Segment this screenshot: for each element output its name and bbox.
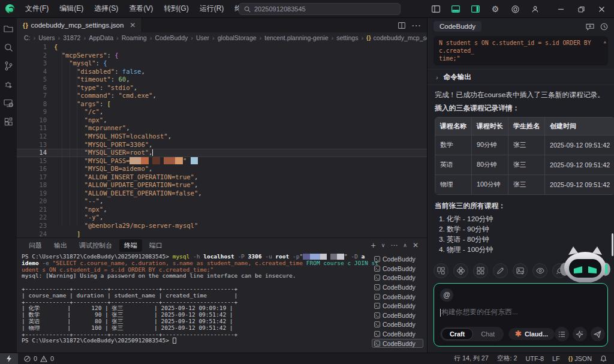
terminal-list-item[interactable]: CodeBuddy (372, 330, 423, 339)
breadcrumb-item[interactable]: User (196, 34, 209, 41)
code-line-2[interactable]: 2 "mcpServers": { (17, 52, 427, 60)
model-selector[interactable]: ✱ Claud... (508, 328, 555, 340)
code-line-17[interactable]: 17 "ALLOW_INSERT_OPERATION=true", (17, 173, 427, 182)
toggle-panel-icon[interactable] (448, 2, 463, 16)
settings-gear-icon[interactable]: ⚙ (487, 2, 503, 16)
mention-at-button[interactable]: @ (440, 288, 453, 302)
code-line-11[interactable]: 11 "mcprunner", (17, 124, 427, 133)
terminal-list-item[interactable]: CodeBuddy (372, 292, 423, 301)
toggle-sidebar-icon[interactable] (428, 2, 444, 16)
panel-tab-调试控制台[interactable]: 调试控制台 (74, 239, 117, 252)
scroll-up-icon[interactable]: ▲ (604, 38, 606, 46)
code-line-4[interactable]: 4 "disabled": false, (17, 68, 427, 76)
terminal-list-item[interactable]: CodeBuddy (372, 273, 423, 282)
code-line-22[interactable]: 22 "-y", (17, 213, 427, 222)
code-line-9[interactable]: 9 "/c", (17, 108, 427, 116)
code-line-1[interactable]: 1{ (17, 43, 427, 52)
chat-input-box[interactable]: @ 构建你想要的任何东西... Craft Chat ✱ Claud... (434, 283, 608, 347)
code-line-16[interactable]: 16 "MYSQL_DB=aidemo", (17, 165, 427, 173)
extensions-icon[interactable] (3, 116, 14, 127)
breadcrumb-item[interactable]: globalStorage (218, 34, 257, 41)
code-line-15[interactable]: 15 "MYSQL_PASS= " (17, 157, 427, 166)
terminal-list-item[interactable]: CodeBuddy (372, 302, 423, 311)
enhance-sparkle-icon[interactable] (573, 327, 587, 341)
code-line-12[interactable]: 12 "MYSQL_HOST=localhost", (17, 133, 427, 141)
panel-tab-终端[interactable]: 终端 (119, 239, 142, 252)
mcp-grid-icon[interactable] (434, 263, 449, 278)
breadcrumb-item[interactable]: CodeBuddy (155, 34, 188, 41)
code-line-6[interactable]: 6 "type": "stdio", (17, 84, 427, 92)
mode-chat[interactable]: Chat (473, 329, 502, 339)
breadcrumb-item[interactable]: Roaming (122, 34, 147, 41)
cursor-position[interactable]: 行 14, 列 27 (454, 354, 489, 363)
menu-item-2[interactable]: 选择(S) (89, 2, 123, 16)
run-debug-icon[interactable] (3, 79, 14, 90)
close-tab-icon[interactable]: ✕ (130, 21, 136, 29)
editor-tab[interactable]: { } codebuddy_mcp_settings.json ✕ (17, 18, 142, 32)
breadcrumb-item[interactable]: settings (336, 34, 358, 41)
menu-item-5[interactable]: 运行(R) (195, 2, 229, 16)
write-pen-icon[interactable] (493, 263, 508, 278)
notifications-bell-icon[interactable] (600, 355, 607, 362)
code-line-20[interactable]: 20 "--", (17, 197, 427, 206)
user-profile-icon[interactable] (527, 2, 543, 16)
code-line-18[interactable]: 18 "ALLOW_UPDATE_OPERATION=true", (17, 181, 427, 189)
editor-more-actions-icon[interactable]: ⋯ (411, 20, 421, 31)
breadcrumb-item[interactable]: Users (38, 34, 55, 41)
panel-more-icon[interactable]: ⋯ (390, 241, 398, 249)
indentation[interactable]: 空格: 2 (497, 354, 517, 363)
explorer-icon[interactable] (3, 23, 14, 34)
new-terminal-icon[interactable]: + (371, 240, 376, 250)
command-output-toggle[interactable]: › 命令输出 (428, 69, 614, 85)
code-line-13[interactable]: 13 "MYSQL_PORT=3306", (17, 141, 427, 149)
breadcrumb-item[interactable]: codebuddy_mcp_settings.json (374, 34, 427, 41)
menu-item-4[interactable]: 转到(G) (159, 2, 193, 16)
code-line-7[interactable]: 7 "command": "cmd.exe", (17, 92, 427, 100)
breadcrumb-item[interactable]: 31872 (63, 34, 80, 41)
code-line-8[interactable]: 8 "args": [ (17, 100, 427, 109)
maximize-panel-icon[interactable]: ∧ (403, 242, 407, 248)
close-panel-icon[interactable]: ✕ (413, 241, 419, 249)
encoding[interactable]: UTF-8 (525, 355, 544, 362)
minimize-window-icon[interactable] (552, 2, 570, 16)
blocks-icon[interactable] (473, 263, 488, 278)
account-shield-icon[interactable] (507, 2, 523, 16)
terminal-list-item[interactable]: CodeBuddy (372, 320, 423, 329)
menu-item-1[interactable]: 编辑(E) (55, 2, 88, 16)
command-search-box[interactable]: 20250912083545 (239, 3, 401, 15)
new-chat-icon[interactable] (586, 23, 594, 31)
terminal-list-item[interactable]: CodeBuddy (372, 339, 423, 348)
terminal-dropdown-icon[interactable]: ∨ (381, 242, 386, 248)
panel-tab-输出[interactable]: 输出 (49, 239, 72, 252)
breadcrumb-item[interactable]: C: (24, 34, 31, 41)
search-sidebar-icon[interactable] (3, 42, 14, 53)
code-line-21[interactable]: 21 "npx", (17, 206, 427, 214)
toggle-secondary-sidebar-icon[interactable] (468, 2, 483, 16)
restore-window-icon[interactable] (572, 2, 590, 16)
source-control-icon[interactable] (3, 61, 14, 71)
preview-eye-icon[interactable] (532, 263, 547, 278)
eol-sequence[interactable]: LF (552, 355, 560, 362)
sql-code-block[interactable]: N student s ON c.student_id = s.id ORDER… (434, 36, 608, 65)
code-line-19[interactable]: 19 "ALLOW_DELETE_OPERATION=false", (17, 189, 427, 198)
terminal-list-item[interactable]: CodeBuddy (372, 255, 423, 264)
menu-item-0[interactable]: 文件(F) (20, 2, 53, 16)
code-line-23[interactable]: 23 "@benborla29/mcp-server-mysql" (17, 222, 427, 230)
terminal-list-item[interactable]: CodeBuddy (372, 311, 423, 320)
remote-explorer-icon[interactable] (3, 98, 14, 109)
chat-panel-title[interactable]: CodeBuddy (434, 21, 481, 32)
panel-tab-问题[interactable]: 问题 (24, 239, 47, 252)
code-line-14[interactable]: 14 "MYSQL_USER=root", (17, 149, 427, 157)
panel-tab-端口[interactable]: 端口 (145, 239, 167, 252)
problems-status[interactable]: 0 0 (24, 355, 54, 362)
skills-diamond-icon[interactable] (453, 263, 468, 278)
code-line-10[interactable]: 10 "npx", (17, 116, 427, 125)
terminal-list-item[interactable]: CodeBuddy (372, 264, 423, 273)
language-mode[interactable]: { }JSON (568, 355, 592, 362)
terminal-output[interactable]: PS C:\Users\31872\CodeBuddy\202509120835… (22, 254, 379, 351)
menu-item-3[interactable]: 查看(V) (124, 2, 158, 16)
send-icon[interactable] (591, 327, 605, 341)
breadcrumb-item[interactable]: AppData (89, 34, 113, 41)
close-window-icon[interactable] (592, 2, 610, 16)
chat-history-icon[interactable] (600, 23, 608, 31)
